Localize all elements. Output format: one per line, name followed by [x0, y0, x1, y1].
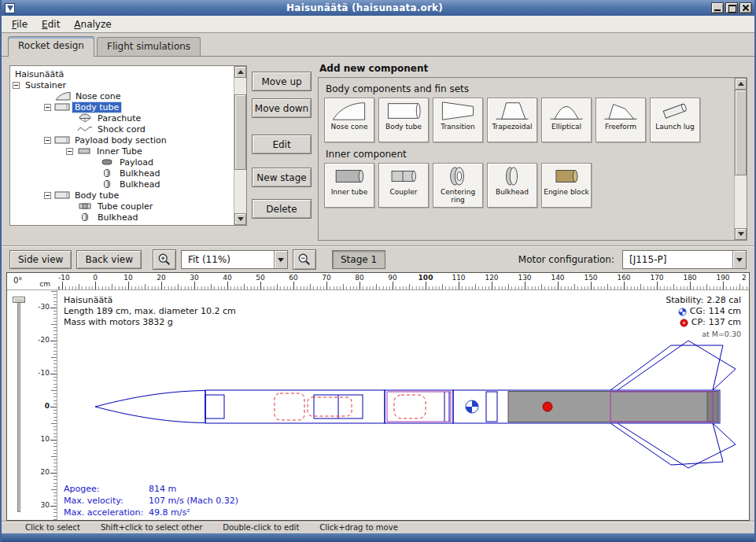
- zoom-out-button[interactable]: [293, 249, 316, 270]
- ruler-tick: [50, 308, 57, 308]
- add-trapezoidal-button[interactable]: Trapezoidal: [487, 98, 537, 142]
- ruler-tick: [426, 282, 426, 289]
- tree-item-haisun-t[interactable]: Haisunäätä: [11, 68, 233, 79]
- hruler-label: 110: [452, 274, 465, 282]
- tree-item-nose-cone[interactable]: Nose cone: [11, 90, 233, 101]
- payload-shape[interactable]: [394, 395, 426, 418]
- add-engine-block-button[interactable]: Engine block: [541, 163, 592, 208]
- tree-item-body-tube[interactable]: Body tube: [11, 101, 233, 112]
- fin-upper-shape-2[interactable]: [618, 341, 736, 390]
- move-down-button[interactable]: Move down: [252, 98, 312, 118]
- scroll-up-icon[interactable]: [234, 66, 246, 78]
- add-bulkhead-button[interactable]: Bulkhead: [487, 163, 537, 208]
- add-transition-button[interactable]: Transition: [433, 98, 483, 142]
- rotation-value: 0°: [13, 276, 22, 285]
- tree-item-sustainer[interactable]: Sustainer: [11, 79, 233, 90]
- stage-1-toggle[interactable]: Stage 1: [332, 250, 385, 269]
- collapse-icon[interactable]: [44, 192, 51, 199]
- ruler-tick: [50, 407, 57, 407]
- collapse-icon[interactable]: [13, 82, 20, 89]
- component-tree[interactable]: HaisunäätäSustainerNose coneBody tubePar…: [11, 67, 233, 224]
- ruler-tick: [50, 473, 57, 474]
- chevron-down-icon[interactable]: [274, 251, 287, 268]
- scrollbar-track[interactable]: [234, 78, 246, 213]
- collapse-icon[interactable]: [66, 148, 73, 155]
- delete-button[interactable]: Delete: [252, 199, 312, 219]
- add-elliptical-button[interactable]: Elliptical: [541, 98, 592, 142]
- component-button-row: Nose coneBody tubeTransitionTrapezoidalE…: [324, 98, 728, 142]
- flight-label: Max. acceleration:: [64, 507, 149, 518]
- title-bar[interactable]: Haisunäätä (haisunaata.ork): [2, 0, 754, 16]
- rotation-slider[interactable]: [7, 290, 31, 520]
- zoom-select[interactable]: Fit (11%): [181, 250, 288, 269]
- hruler-label: 60: [289, 274, 297, 282]
- tree-item-bulkhead[interactable]: Bulkhead: [11, 168, 233, 179]
- motor-configuration-select[interactable]: [J115-P]: [622, 250, 747, 269]
- tree-item-payload-body-section[interactable]: Payload body section: [11, 135, 233, 146]
- component-groups: Body components and fin setsNose coneBod…: [319, 79, 732, 239]
- tree-item-body-tube[interactable]: Body tube: [11, 190, 233, 201]
- tree-item-label: Nose cone: [73, 91, 123, 101]
- flight-value: 814 m: [149, 484, 176, 494]
- collapse-icon[interactable]: [44, 137, 51, 144]
- fin-lower-shape-2[interactable]: [618, 423, 736, 468]
- add-launch-lug-button[interactable]: Launch lug: [650, 98, 700, 142]
- tree-item-shock-cord[interactable]: Shock cord: [11, 124, 233, 135]
- nose-cone-icon: [330, 100, 368, 122]
- rotation-slider-track[interactable]: [17, 298, 20, 512]
- hruler-label: 0: [93, 274, 98, 282]
- menu-analyze[interactable]: Analyze: [67, 17, 118, 32]
- tree-scrollbar[interactable]: [234, 66, 246, 225]
- scroll-down-icon[interactable]: [735, 228, 747, 240]
- new-stage-button[interactable]: New stage: [252, 168, 312, 187]
- nose-cone-shape[interactable]: [95, 391, 205, 423]
- minimize-button[interactable]: [711, 2, 724, 13]
- tree-item-bulkhead[interactable]: Bulkhead: [11, 212, 233, 223]
- scroll-up-icon[interactable]: [735, 78, 747, 90]
- tree-item-bulkhead[interactable]: Bulkhead: [11, 179, 233, 190]
- tree-item-payload[interactable]: Payload: [11, 157, 233, 168]
- menu-edit[interactable]: Edit: [35, 17, 67, 32]
- menu-file[interactable]: File: [5, 17, 35, 32]
- stability-label: Stability:: [666, 295, 703, 306]
- add-nose-cone-button[interactable]: Nose cone: [324, 98, 374, 142]
- scroll-down-icon[interactable]: [234, 213, 246, 225]
- move-up-button[interactable]: Move up: [252, 72, 312, 91]
- ruler-tick: [293, 282, 294, 289]
- tab-rocket-design[interactable]: Rocket design: [8, 36, 94, 57]
- add-freeform-button[interactable]: Freeform: [596, 98, 646, 142]
- payload-icon: [99, 157, 115, 167]
- collapse-icon[interactable]: [44, 104, 51, 111]
- zoom-in-button[interactable]: [153, 249, 176, 270]
- back-view-button[interactable]: Back view: [76, 250, 142, 269]
- component-label: Centering ring: [433, 188, 482, 204]
- add-centering-ring-button[interactable]: Centering ring: [433, 163, 483, 208]
- tree-item-inner-tube[interactable]: Inner Tube: [11, 146, 233, 157]
- chevron-down-icon[interactable]: [732, 251, 746, 268]
- scrollbar-track[interactable]: [735, 90, 747, 228]
- edit-button[interactable]: Edit: [252, 135, 312, 154]
- elliptical-fin-icon: [548, 100, 585, 122]
- maximize-button[interactable]: [725, 2, 738, 13]
- tree-item-tube-coupler[interactable]: Tube coupler: [11, 201, 233, 212]
- tree-item-parachute[interactable]: Parachute: [11, 112, 233, 124]
- scrollbar-thumb[interactable]: [735, 90, 747, 175]
- inner-tube-outline[interactable]: [387, 392, 451, 422]
- side-view-button[interactable]: Side view: [9, 250, 72, 269]
- bulkhead-icon: [493, 165, 531, 187]
- parachute-shape[interactable]: [275, 393, 304, 420]
- tab-flight-simulations[interactable]: Flight simulations: [97, 37, 201, 56]
- rotation-slider-handle[interactable]: [13, 297, 25, 303]
- tree-item-label: Payload body section: [72, 135, 169, 146]
- add-inner-tube-button[interactable]: Inner tube: [324, 163, 374, 208]
- ruler-tick: [95, 282, 96, 289]
- tube-coupler-shape[interactable]: [486, 392, 497, 422]
- ruler-tick: [690, 282, 691, 289]
- motor-shape[interactable]: [508, 392, 718, 422]
- rocket-canvas[interactable]: Haisunäätä Length 189 cm, max. diameter …: [57, 290, 749, 520]
- add-component-scrollbar[interactable]: [734, 78, 747, 240]
- add-body-tube-button[interactable]: Body tube: [378, 98, 429, 142]
- close-button[interactable]: [739, 2, 752, 13]
- scrollbar-thumb[interactable]: [234, 94, 246, 170]
- add-coupler-button[interactable]: Coupler: [378, 163, 429, 208]
